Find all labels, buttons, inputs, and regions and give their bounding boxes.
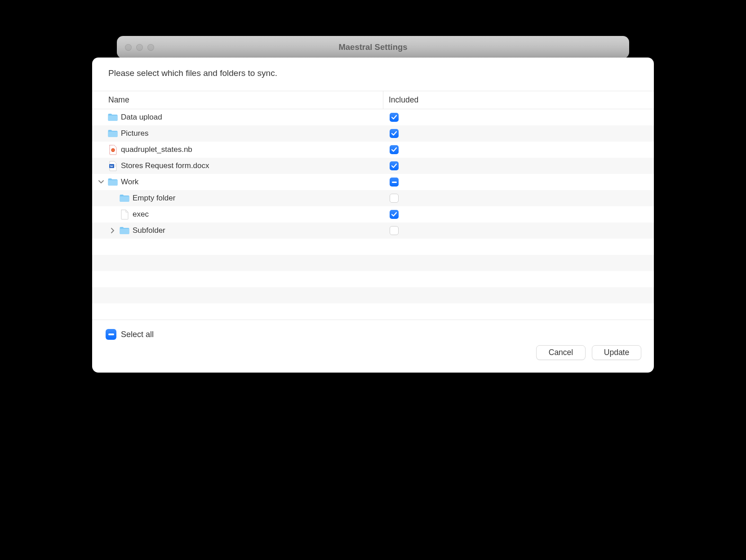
include-checkbox[interactable] [390,178,399,187]
item-name: quadruplet_states.nb [121,145,192,154]
cell-name: Stores Request form.docx [92,160,383,171]
cell-included [383,210,399,219]
folder-icon [107,177,118,187]
table-row[interactable]: Pictures [92,125,654,142]
sheet-instruction: Please select which files and folders to… [92,58,654,91]
folder-icon [107,112,118,123]
include-checkbox[interactable] [390,129,399,138]
file-icon [119,209,130,220]
item-name: exec [133,210,149,219]
window-title: Maestral Settings [117,42,629,52]
cell-included [383,194,399,203]
include-checkbox[interactable] [390,145,399,154]
selective-sync-sheet: Please select which files and folders to… [92,58,654,373]
titlebar: Maestral Settings [117,36,629,58]
empty-row [92,271,654,287]
disclosure-closed-icon[interactable] [109,227,116,234]
include-checkbox[interactable] [390,210,399,219]
table-row[interactable]: Work [92,174,654,190]
disclosure-open-icon[interactable] [98,178,105,186]
select-all-checkbox[interactable] [106,329,116,340]
item-name: Empty folder [133,194,175,203]
mathematica-file-icon [107,144,118,155]
empty-row [92,303,654,320]
word-file-icon [107,160,118,171]
select-all-row: Select all [92,320,654,343]
item-name: Pictures [121,129,148,138]
table-header: Name Included [92,91,654,109]
item-name: Work [121,178,138,187]
folder-icon [119,225,130,236]
cell-included [383,129,399,138]
cell-name: Pictures [92,128,383,139]
folder-icon [107,128,118,139]
sheet-footer: Cancel Update [92,343,654,373]
cell-included [383,113,399,122]
file-tree: Data uploadPicturesquadruplet_states.nbS… [92,109,654,320]
select-all-label: Select all [121,330,154,339]
cell-included [383,226,399,235]
column-header-name[interactable]: Name [92,91,383,109]
cell-name: exec [92,209,383,220]
item-name: Data upload [121,113,162,122]
cell-name: Empty folder [92,193,383,204]
folder-icon [119,193,130,204]
cell-included [383,145,399,154]
cell-included [383,178,399,187]
include-checkbox[interactable] [390,226,399,235]
cell-name: quadruplet_states.nb [92,144,383,155]
table-row[interactable]: Data upload [92,109,654,125]
table-row[interactable]: Stores Request form.docx [92,158,654,174]
table-row[interactable]: Subfolder [92,222,654,239]
table-row[interactable]: Empty folder [92,190,654,206]
table-row[interactable]: quadruplet_states.nb [92,142,654,158]
include-checkbox[interactable] [390,194,399,203]
update-button[interactable]: Update [592,345,641,360]
cell-name: Subfolder [92,225,383,236]
cell-included [383,161,399,170]
cancel-button[interactable]: Cancel [536,345,586,360]
column-header-included[interactable]: Included [383,91,654,109]
include-checkbox[interactable] [390,161,399,170]
empty-row [92,287,654,303]
empty-row [92,239,654,255]
settings-window: Maestral Settings Please select which fi… [117,36,629,58]
item-name: Stores Request form.docx [121,161,209,170]
cell-name: Work [92,177,383,187]
item-name: Subfolder [133,226,165,235]
cell-name: Data upload [92,112,383,123]
empty-row [92,255,654,271]
table-row[interactable]: exec [92,206,654,222]
include-checkbox[interactable] [390,113,399,122]
